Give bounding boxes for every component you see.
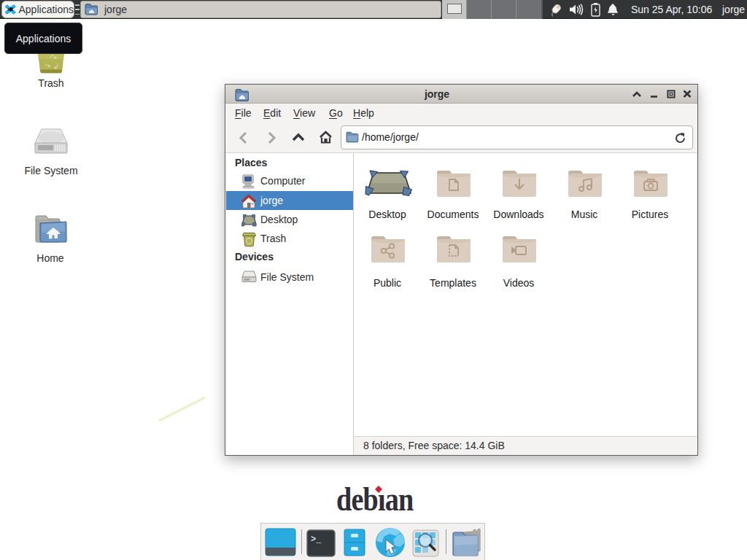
svg-text:>_: >_ [311,534,322,545]
